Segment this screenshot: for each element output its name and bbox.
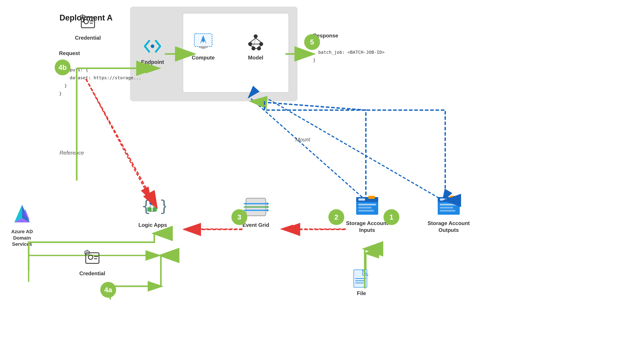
model-container: Model <box>245 31 267 61</box>
svg-marker-48 <box>267 205 269 209</box>
svg-rect-54 <box>358 204 376 205</box>
svg-point-24 <box>254 34 258 38</box>
storage-inputs-icon <box>354 192 380 218</box>
svg-line-30 <box>256 38 261 42</box>
svg-rect-61 <box>440 204 458 205</box>
azure-ad-label: Azure AD DomainServices <box>6 229 38 248</box>
svg-rect-60 <box>440 198 446 201</box>
response-title: Response <box>313 31 384 40</box>
storage-outputs-icon <box>436 192 462 218</box>
svg-point-18 <box>151 44 154 48</box>
svg-rect-53 <box>358 198 365 201</box>
logic-apps-label: Logic Apps <box>138 222 167 228</box>
svg-rect-38 <box>150 200 154 204</box>
svg-rect-63 <box>440 210 455 212</box>
svg-marker-50 <box>267 209 269 212</box>
svg-line-9 <box>249 97 366 200</box>
svg-rect-55 <box>358 207 372 209</box>
event-grid-label: Event Grid <box>242 222 269 228</box>
compute-icon <box>192 31 214 53</box>
credential-top-label: Credential <box>75 35 101 41</box>
logic-apps-container: { } Logic Apps <box>138 194 167 228</box>
svg-rect-22 <box>199 46 208 48</box>
request-box: Request { inputs: { dataset: https://sto… <box>59 48 141 97</box>
compute-container: Compute <box>192 31 215 61</box>
svg-line-42 <box>152 204 155 207</box>
request-body: { inputs: { dataset: https://storage... … <box>59 58 141 97</box>
endpoint-icon <box>142 35 164 57</box>
endpoint-label: Endpoint <box>141 59 164 65</box>
diagram-container: Deployment A 1 2 3 4a 4b 5 Credential <box>0 0 644 340</box>
storage-inputs-label: Storage AccountStorage Account InputsInp… <box>346 220 388 233</box>
svg-point-75 <box>88 255 93 259</box>
svg-line-32 <box>259 46 261 47</box>
storage-outputs-container: Storage AccountOutputs <box>428 192 470 233</box>
step-1-circle: 1 <box>384 209 399 225</box>
mount-label: Mount <box>295 137 310 143</box>
model-icon <box>245 31 267 53</box>
response-box: Response { batch_job: <BATCH-JOB-ID> } <box>313 31 384 64</box>
endpoint-container: Endpoint <box>141 35 164 65</box>
svg-line-31 <box>250 46 254 47</box>
step-3-circle: 3 <box>232 209 247 225</box>
credential-top-icon <box>77 11 99 33</box>
svg-rect-62 <box>440 207 453 209</box>
response-body: { batch_job: <BATCH-JOB-ID> } <box>313 40 384 64</box>
svg-point-13 <box>84 19 88 24</box>
azure-ad-container: Azure AD DomainServices <box>6 203 38 248</box>
svg-text:}: } <box>159 197 166 215</box>
svg-line-10 <box>264 97 443 200</box>
svg-rect-57 <box>368 196 375 199</box>
credential-top-container: Credential <box>75 11 101 41</box>
credential-bottom-icon <box>81 247 103 269</box>
credential-bottom-label: Credential <box>79 270 105 277</box>
file-icon <box>353 269 370 289</box>
step-4a-circle: 4a <box>100 282 116 298</box>
svg-rect-23 <box>201 48 206 49</box>
file-container: File <box>353 269 370 296</box>
event-grid-container: Event Grid <box>242 194 269 228</box>
azure-ad-icon <box>10 203 34 227</box>
svg-rect-56 <box>358 210 374 212</box>
svg-rect-39 <box>148 207 152 211</box>
logic-apps-icon: { } <box>140 194 166 220</box>
compute-label: Compute <box>192 55 215 61</box>
storage-inputs-container: Storage AccountStorage Account InputsInp… <box>346 192 388 233</box>
storage-outputs-label: Storage AccountOutputs <box>428 220 470 233</box>
step-2-circle: 2 <box>328 209 344 225</box>
step-5-circle: 5 <box>304 34 320 50</box>
file-label: File <box>357 290 366 296</box>
reference-label: Reference <box>60 150 84 156</box>
svg-rect-64 <box>450 196 456 199</box>
request-title: Request <box>59 48 141 58</box>
model-label: Model <box>248 55 263 61</box>
svg-line-86 <box>86 79 156 207</box>
svg-marker-46 <box>267 202 269 205</box>
credential-bottom-container: Credential <box>79 247 105 277</box>
svg-text:{: { <box>141 197 151 215</box>
step-4b-circle: 4b <box>55 59 70 75</box>
svg-rect-40 <box>153 207 157 211</box>
